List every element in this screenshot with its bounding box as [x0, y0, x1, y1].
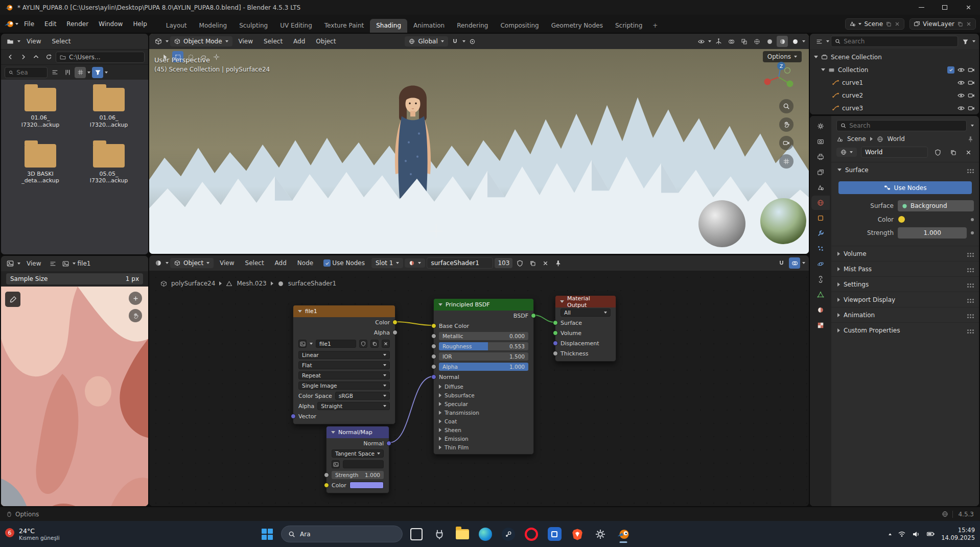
shading-solid-button[interactable]	[764, 36, 775, 47]
view-layer-copy-icon[interactable]	[957, 21, 963, 27]
material-browse-button[interactable]	[405, 258, 425, 268]
material-unlink-button[interactable]	[540, 257, 551, 269]
tab-sculpting[interactable]: Sculpting	[233, 19, 274, 33]
xray-toggle-button[interactable]	[738, 36, 750, 47]
volume-icon[interactable]	[912, 530, 920, 538]
node-normal-map[interactable]: Normal/Map Normal Tangent Space Strength…	[326, 426, 389, 493]
shader-view-menu[interactable]: View	[215, 257, 239, 269]
strength-input-socket[interactable]	[324, 472, 329, 478]
outliner-row-collection[interactable]: Collection	[810, 63, 979, 76]
shader-overlays-button[interactable]	[789, 257, 800, 269]
pin-icon[interactable]	[967, 136, 974, 142]
hide-eye-icon[interactable]	[958, 105, 965, 112]
image-name-field[interactable]: file1	[316, 340, 356, 348]
ior-input-socket[interactable]	[431, 354, 436, 359]
proportional-editing-button[interactable]	[467, 36, 478, 47]
shader-snap-button[interactable]	[776, 257, 787, 269]
minimize-button[interactable]	[909, 0, 933, 15]
view-layer-selector[interactable]: ViewLayer	[909, 18, 976, 30]
panel-grip-icon[interactable]	[967, 329, 969, 331]
material-users-button[interactable]: 103	[495, 258, 512, 268]
outliner-search-input[interactable]	[844, 38, 954, 45]
visibility-dropdown-button[interactable]	[695, 36, 707, 47]
shading-material-button[interactable]	[777, 36, 788, 47]
space-dropdown[interactable]: Tangent Space	[332, 449, 384, 458]
surface-shader-dropdown[interactable]: Background	[898, 200, 974, 211]
outliner-search-field[interactable]	[831, 36, 958, 47]
outliner-row-curve2[interactable]: curve2	[810, 89, 979, 102]
panel-specular[interactable]: Specular	[434, 399, 533, 408]
ior-slider[interactable]: IOR1.500	[439, 352, 528, 361]
tab-layout[interactable]: Layout	[160, 19, 193, 33]
uvmap-field[interactable]	[343, 460, 384, 468]
node-principled-bsdf[interactable]: Principled BSDF BSDF Base Color Metallic…	[433, 298, 534, 455]
tab-physics[interactable]	[811, 257, 830, 271]
image-unlink-button[interactable]	[382, 340, 390, 348]
tab-render[interactable]	[811, 134, 830, 149]
wifi-icon[interactable]	[898, 530, 906, 538]
section-viewport-display[interactable]: Viewport Display	[831, 292, 979, 307]
color-input-socket[interactable]	[324, 483, 329, 488]
tab-tool[interactable]	[811, 119, 830, 133]
panel-grip-icon[interactable]	[967, 299, 969, 300]
tab-shading[interactable]: Shading	[370, 19, 407, 33]
alpha-output-socket[interactable]	[392, 330, 398, 335]
color-swatch[interactable]	[898, 216, 905, 223]
hide-eye-icon[interactable]	[958, 92, 965, 99]
overlays-toggle-button[interactable]	[726, 36, 737, 47]
node-collapse-icon[interactable]	[331, 431, 335, 434]
hide-eye-icon[interactable]	[958, 79, 965, 86]
taskbar-search[interactable]: Ara	[281, 526, 403, 542]
image-browse-button[interactable]	[60, 258, 71, 269]
normal-output-socket[interactable]	[386, 441, 391, 446]
panel-grip-icon[interactable]	[967, 253, 969, 254]
shader-add-menu[interactable]: Add	[270, 257, 291, 269]
strength-slider[interactable]: 1.000	[898, 227, 967, 239]
menu-edit[interactable]: Edit	[40, 18, 61, 30]
properties-search-input[interactable]	[849, 122, 963, 129]
use-nodes-checkbox[interactable]	[323, 259, 331, 267]
material-name-field[interactable]: surfaceShader1	[427, 257, 493, 269]
alpha-mode-dropdown[interactable]: Straight	[317, 402, 390, 410]
expand-icon[interactable]	[814, 56, 818, 58]
viewport-add-menu[interactable]: Add	[289, 36, 310, 47]
camera-view-button[interactable]	[779, 136, 794, 150]
panel-emission[interactable]: Emission	[434, 434, 533, 443]
shader-type-dropdown[interactable]: Object	[170, 258, 214, 268]
expand-icon[interactable]	[821, 68, 825, 71]
network-icon[interactable]	[942, 511, 948, 517]
node-collapse-icon[interactable]	[298, 310, 302, 313]
sample-size-slider[interactable]: Sample Size 1 px	[6, 273, 143, 284]
file-browser-editor-type-button[interactable]	[5, 36, 16, 47]
image-editor-type-button[interactable]	[5, 258, 16, 269]
start-button[interactable]	[258, 525, 276, 543]
view-layer-unlink-icon[interactable]	[966, 21, 972, 27]
panel-transmission[interactable]: Transmission	[434, 408, 533, 417]
thickness-input-socket[interactable]	[553, 351, 558, 356]
scene-selector[interactable]: Scene	[845, 18, 904, 30]
file-item[interactable]: 01.06_l7320...ackup	[75, 88, 143, 129]
taskbar-opera[interactable]	[522, 525, 541, 543]
taskbar-file-explorer[interactable]	[453, 525, 472, 543]
new-world-button[interactable]	[947, 147, 959, 158]
nav-forward-button[interactable]	[17, 52, 29, 63]
material-new-button[interactable]	[527, 257, 538, 269]
surface-input-socket[interactable]	[553, 320, 558, 325]
file-browser-select-menu[interactable]: Select	[47, 36, 75, 47]
hide-eye-icon[interactable]	[958, 66, 965, 74]
material-fake-user-button[interactable]	[514, 257, 525, 269]
file-browser-view-menu[interactable]: View	[22, 36, 45, 47]
world-name-input[interactable]	[865, 149, 924, 156]
world-name-field[interactable]	[861, 147, 928, 158]
tab-modeling[interactable]: Modeling	[193, 19, 234, 33]
taskbar-settings[interactable]	[591, 525, 610, 543]
taskbar-brave[interactable]	[568, 525, 587, 543]
image-browse-button[interactable]	[298, 340, 307, 348]
section-animation[interactable]: Animation	[831, 307, 979, 322]
section-custom-properties[interactable]: Custom Properties	[831, 322, 979, 338]
shading-wireframe-button[interactable]	[751, 36, 762, 47]
properties-search-field[interactable]	[836, 120, 967, 131]
snap-toggle-button[interactable]	[450, 36, 461, 47]
tab-scripting[interactable]: Scripting	[609, 19, 648, 33]
taskbar-weather-widget[interactable]: 6 24°C Kısmen güneşli	[5, 527, 60, 541]
